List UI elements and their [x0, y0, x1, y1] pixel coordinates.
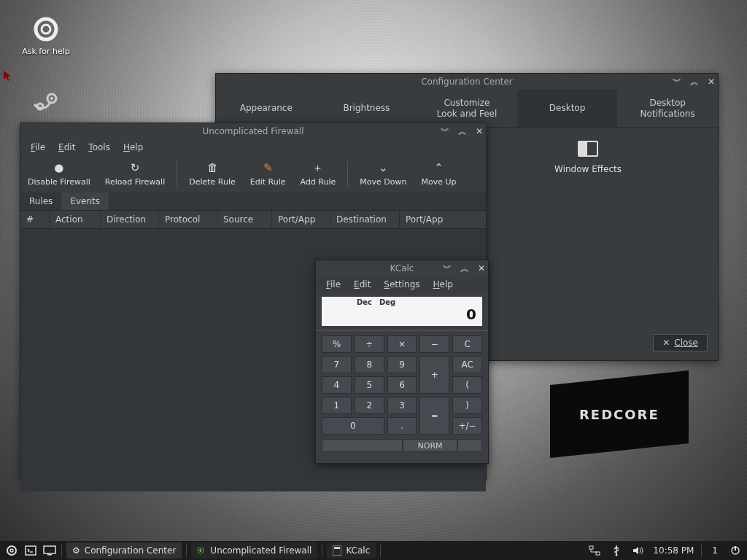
terminal-icon[interactable] — [23, 543, 38, 558]
col-destination[interactable]: Destination — [330, 211, 400, 228]
delete-rule-button[interactable]: 🗑Delete Rule — [182, 158, 243, 190]
menu-file[interactable]: File — [26, 141, 50, 154]
volume-icon[interactable] — [631, 543, 646, 558]
key-5[interactable]: 5 — [355, 376, 384, 394]
clock[interactable]: 10:58 PM — [653, 545, 694, 556]
lifebuoy-icon — [31, 15, 61, 44]
close-icon[interactable]: ✕ — [478, 263, 485, 273]
key-3[interactable]: 3 — [387, 397, 417, 414]
add-rule-button[interactable]: ＋Add Rule — [293, 158, 344, 190]
key-8[interactable]: 8 — [355, 356, 384, 373]
tab-notifications[interactable]: Desktop Notifications — [617, 90, 718, 127]
col-direction[interactable]: Direction — [101, 211, 159, 228]
cc-item-window-effects[interactable]: Window Effects — [544, 141, 632, 174]
reload-firewall-button[interactable]: ↻Reload Firewall — [98, 158, 172, 190]
minimize-icon[interactable]: ︾ — [673, 76, 681, 88]
key-plusminus[interactable]: +/− — [452, 417, 482, 435]
desktop-icon-steam[interactable] — [20, 86, 71, 118]
svg-rect-12 — [589, 546, 593, 549]
key-clear[interactable]: C — [452, 335, 482, 353]
maximize-icon[interactable]: ︽ — [690, 76, 699, 88]
move-up-button[interactable]: ⌃Move Up — [414, 158, 463, 190]
svg-rect-8 — [44, 546, 55, 553]
menu-help[interactable]: Help — [119, 141, 147, 154]
maximize-icon[interactable]: ︽ — [460, 262, 469, 275]
tab-brightness[interactable]: Brightness — [317, 90, 417, 127]
close-x-icon: ✕ — [662, 338, 670, 348]
move-down-button[interactable]: ⌄Move Down — [352, 158, 414, 190]
calculator-icon — [333, 545, 341, 556]
svg-rect-9 — [47, 554, 52, 556]
key-6[interactable]: 6 — [387, 376, 417, 394]
tab-appearance[interactable]: Appearance — [216, 90, 317, 127]
key-equals[interactable]: = — [419, 397, 449, 435]
menu-edit[interactable]: Edit — [54, 141, 80, 154]
close-icon[interactable]: ✕ — [476, 126, 483, 136]
key-dot[interactable]: . — [387, 417, 417, 435]
key-rparen[interactable]: ) — [452, 397, 482, 414]
reload-icon: ↻ — [128, 161, 142, 174]
task-config-center[interactable]: ⚙ Configuration Center — [66, 542, 182, 559]
minimize-icon[interactable]: ︾ — [441, 125, 449, 138]
key-1[interactable]: 1 — [322, 397, 352, 414]
task-kcalc[interactable]: KCalc — [327, 542, 376, 559]
key-plus[interactable]: + — [419, 356, 449, 394]
firewall-titlebar[interactable]: Uncomplicated Firewall ︾ ︽ ✕ — [20, 123, 486, 139]
subtab-events[interactable]: Events — [61, 192, 109, 210]
disable-firewall-button[interactable]: ●Disable Firewall — [20, 158, 98, 190]
config-center-title: Configuration Center — [421, 77, 513, 87]
svg-rect-11 — [334, 547, 340, 549]
col-portapp1[interactable]: Port/App — [272, 211, 330, 228]
desktop-icon-label: Ask for help — [20, 47, 71, 56]
key-lparen[interactable]: ( — [452, 376, 482, 394]
config-center-titlebar[interactable]: Configuration Center ︾ ︽ ✕ — [216, 74, 718, 90]
logout-icon[interactable] — [728, 543, 743, 558]
menu-settings[interactable]: Settings — [379, 278, 424, 291]
network-icon[interactable] — [587, 543, 602, 558]
status-right — [457, 439, 482, 452]
col-action[interactable]: Action — [50, 211, 101, 228]
svg-point-6 — [10, 549, 13, 552]
key-ac[interactable]: AC — [452, 356, 482, 373]
key-7[interactable]: 7 — [322, 356, 352, 373]
desktop-icon-help[interactable]: Ask for help — [20, 15, 71, 56]
col-num[interactable]: # — [20, 211, 50, 228]
firewall-toolbar: ●Disable Firewall ↻Reload Firewall 🗑Dele… — [20, 155, 486, 192]
close-button[interactable]: ✕ Close — [653, 334, 708, 351]
minimize-icon[interactable]: ︾ — [443, 262, 452, 275]
app-menu-icon[interactable] — [4, 543, 19, 558]
key-minus[interactable]: − — [419, 335, 449, 353]
col-source[interactable]: Source — [217, 211, 272, 228]
usb-icon[interactable] — [609, 543, 624, 558]
tab-desktop[interactable]: Desktop — [517, 90, 618, 127]
kcalc-titlebar[interactable]: KCalc ︾ ︽ ✕ — [316, 260, 488, 276]
key-divide[interactable]: ÷ — [355, 335, 384, 353]
gear-icon: ⚙ — [72, 545, 80, 556]
menu-tools[interactable]: Tools — [84, 141, 115, 154]
key-0[interactable]: 0 — [322, 417, 384, 435]
col-portapp2[interactable]: Port/App — [400, 211, 486, 228]
menu-help[interactable]: Help — [429, 278, 457, 291]
edit-rule-button[interactable]: ✎Edit Rule — [243, 158, 293, 190]
workspace-indicator[interactable]: 1 — [709, 545, 721, 556]
status-mode: NORM — [403, 439, 457, 452]
status-left — [322, 439, 403, 452]
key-percent[interactable]: % — [322, 335, 352, 353]
key-9[interactable]: 9 — [387, 356, 417, 373]
key-multiply[interactable]: × — [387, 335, 417, 353]
show-desktop-icon[interactable] — [42, 543, 57, 558]
key-2[interactable]: 2 — [355, 397, 384, 414]
menu-file[interactable]: File — [322, 278, 345, 291]
svg-point-3 — [50, 97, 53, 100]
col-protocol[interactable]: Protocol — [159, 211, 217, 228]
mode-dec: Dec — [357, 298, 372, 306]
close-icon[interactable]: ✕ — [708, 77, 715, 87]
maximize-icon[interactable]: ︽ — [458, 125, 467, 138]
task-firewall[interactable]: ⛨ Uncomplicated Firewall — [191, 542, 317, 559]
tab-customize[interactable]: Customize Look and Feel — [417, 90, 517, 127]
svg-point-5 — [7, 546, 16, 555]
subtab-rules[interactable]: Rules — [20, 192, 61, 210]
menu-edit[interactable]: Edit — [349, 278, 375, 291]
key-4[interactable]: 4 — [322, 376, 352, 394]
svg-rect-16 — [735, 546, 736, 551]
